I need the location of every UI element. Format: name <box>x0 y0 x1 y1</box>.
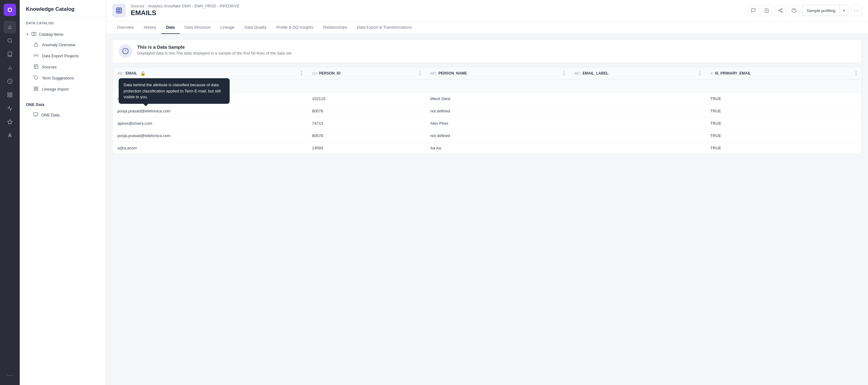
catalog-items-group: ▼ Catalog Items Anomaly Overview Data Ex… <box>20 27 106 97</box>
sidebar-item-anomaly-overview[interactable]: Anomaly Overview <box>22 39 103 50</box>
svg-point-28 <box>781 8 782 9</box>
email-label-col-menu[interactable]: ⋮ <box>697 70 702 76</box>
nav-more-bottom[interactable]: ⋯ <box>4 369 16 381</box>
nav-grid[interactable] <box>4 89 16 101</box>
breadcrumb-sources[interactable]: Sources <box>131 4 144 8</box>
svg-rect-17 <box>36 87 38 88</box>
header-actions: Sample profiling ▾ ⋯ <box>748 5 862 16</box>
nav-charts[interactable] <box>4 62 16 74</box>
catalog-items-header[interactable]: ▼ Catalog Items <box>20 29 106 39</box>
cell-email-2: pooja.prasad@telefonica.com <box>113 105 307 117</box>
cell-person-name-3: Alex Pires <box>425 117 569 130</box>
help-button[interactable] <box>788 5 800 16</box>
person-name-tag-cell <box>425 80 569 93</box>
sidebar-item-sources[interactable]: Sources <box>22 62 103 72</box>
sources-icon <box>33 64 39 70</box>
table-row: apires@omers.com 74713 Alex Pires TRUE <box>113 117 862 130</box>
app-logo[interactable]: O <box>4 4 16 16</box>
sidebar-item-term-suggestions[interactable]: Term Suggestions <box>22 73 103 84</box>
tag-icon <box>33 75 39 81</box>
sidebar-item-data-export-projects[interactable]: Data Export Projects <box>22 51 103 61</box>
lineage-import-label: Lineage Import <box>42 87 69 92</box>
col-header-person-name: Abc PERSON_NAME ⋮ <box>425 67 569 80</box>
comment-button[interactable] <box>748 5 759 16</box>
tab-history[interactable]: History <box>139 21 161 34</box>
data-table-wrapper: Data behind the attribute is classified … <box>112 67 862 154</box>
one-data-section: ONE Data ONE Data <box>20 100 106 121</box>
cell-person-id-5: 14593 <box>307 142 425 154</box>
breadcrumb-sep-2: › <box>192 4 193 8</box>
person-id-col-menu[interactable]: ⋮ <box>417 70 422 76</box>
breadcrumb-dwh[interactable]: Analytics Snowflake DWH <box>148 4 191 8</box>
one-data-icon <box>33 112 38 118</box>
is-primary-col-label: IS_PRIMARY_EMAIL <box>715 71 751 75</box>
is-primary-col-menu[interactable]: ⋮ <box>854 70 859 76</box>
svg-rect-19 <box>36 89 38 91</box>
lock-icon: 🔒 <box>140 71 146 76</box>
nav-font[interactable]: A <box>4 129 16 142</box>
tab-data-export[interactable]: Data Export & Transformations <box>352 21 417 34</box>
cell-person-name-4: not defined <box>425 130 569 142</box>
cell-person-id-3: 74713 <box>307 117 425 130</box>
tab-relationships[interactable]: Relationships <box>318 21 352 34</box>
tab-data-quality[interactable]: Data Quality <box>240 21 272 34</box>
person-name-col-menu[interactable]: ⋮ <box>561 70 566 76</box>
sidebar-item-one-data[interactable]: ONE Data <box>22 110 103 121</box>
anomaly-overview-label: Anomaly Overview <box>42 42 75 47</box>
tab-data[interactable]: Data <box>161 21 180 34</box>
email-label-col-label: EMAIL_LABEL <box>583 71 609 75</box>
more-options-button[interactable]: ⋯ <box>851 5 862 16</box>
data-table: Abc EMAIL 🔒 ⋮ 123 PERSON_ID ⋮ <box>113 67 862 154</box>
tab-lineage[interactable]: Lineage <box>215 21 240 34</box>
one-data-section-label: ONE Data <box>20 100 106 109</box>
page-header: Sources › Analytics Snowflake DWH › DWH_… <box>106 0 868 21</box>
sidebar-item-lineage-import[interactable]: Lineage Import <box>22 84 103 95</box>
sidebar: Knowledge Catalog Data Catalog ▼ Catalog… <box>20 0 106 385</box>
email-col-menu[interactable]: ⋮ <box>299 70 304 76</box>
share-button[interactable] <box>775 5 786 16</box>
svg-rect-20 <box>34 113 38 116</box>
dropdown-arrow-icon[interactable]: ▾ <box>840 6 848 14</box>
breadcrumb-sep-1: › <box>146 4 147 8</box>
email-label-type-badge: Abc <box>574 72 581 75</box>
banner-text: This is a Data Sample Displayed data is … <box>137 44 292 56</box>
book-open-icon <box>31 32 36 37</box>
task-button[interactable] <box>761 5 772 16</box>
cell-person-id-4: 80578 <box>307 130 425 142</box>
one-data-label-text: ONE Data <box>41 113 60 117</box>
anomaly-icon <box>33 42 39 48</box>
nav-home[interactable]: ⌂ <box>4 21 16 33</box>
sample-profiling-label[interactable]: Sample profiling <box>802 6 840 15</box>
content-area: This is a Data Sample Displayed data is … <box>106 34 868 385</box>
nav-catalog[interactable] <box>4 48 16 60</box>
breadcrumb-dwh-prod[interactable]: DWH_PROD <box>194 4 216 8</box>
cell-email-label-3 <box>569 117 705 130</box>
breadcrumb-pipedrive[interactable]: PIPEDRIVE <box>220 4 240 8</box>
banner-subtitle: Displayed data is live.The data displaye… <box>137 51 292 56</box>
tab-profile-dq[interactable]: Profile & DQ insights <box>271 21 318 34</box>
nav-analytics[interactable] <box>4 102 16 115</box>
nav-quality[interactable] <box>4 75 16 88</box>
email-label-tag-cell <box>569 80 705 93</box>
table-row: mstest@atacdevtest.none 102119 Mtest Ste… <box>113 93 862 105</box>
cell-person-id-1: 102119 <box>307 93 425 105</box>
nav-crown[interactable] <box>4 116 16 128</box>
tab-data-structure[interactable]: Data Structure <box>180 21 215 34</box>
person-name-col-label: PERSON_NAME <box>438 71 467 75</box>
cell-email-label-5 <box>569 142 705 154</box>
email-tag[interactable]: E-mail <box>118 84 134 89</box>
tab-overview[interactable]: Overview <box>112 21 139 34</box>
table-row: a@a.acom 14593 Aa Aa TRUE <box>113 142 862 154</box>
col-header-email-label: Abc EMAIL_LABEL ⋮ <box>569 67 705 80</box>
svg-point-0 <box>8 38 11 42</box>
nav-search[interactable] <box>4 34 16 47</box>
cell-email-label-2 <box>569 105 705 117</box>
email-type-badge: Abc <box>118 72 124 75</box>
cell-person-id-2: 80076 <box>307 105 425 117</box>
cell-is-primary-1: TRUE <box>705 93 862 105</box>
export-icon <box>33 53 39 59</box>
svg-rect-8 <box>10 95 12 97</box>
cell-email-label-4 <box>569 130 705 142</box>
svg-point-30 <box>781 11 782 12</box>
sample-profiling-button[interactable]: Sample profiling ▾ <box>802 5 848 16</box>
